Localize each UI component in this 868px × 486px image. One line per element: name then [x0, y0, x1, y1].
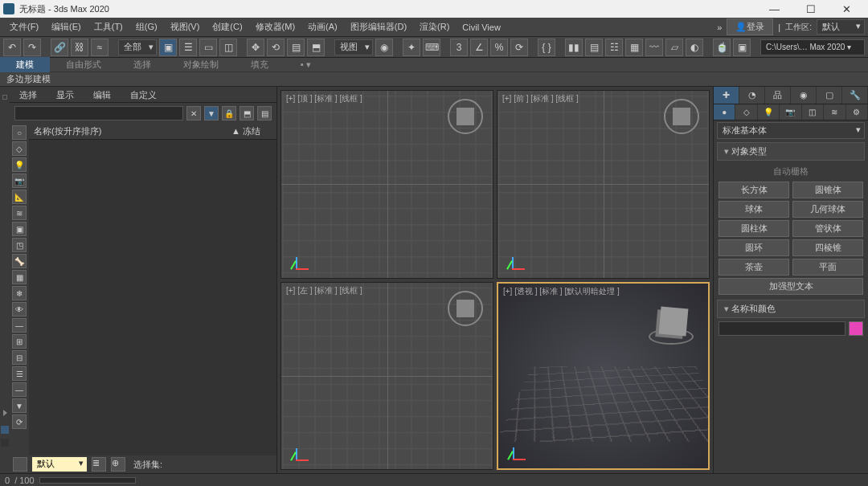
filter-hidden-icon[interactable]: 👁 [12, 302, 27, 317]
lock-icon[interactable]: 🔒 [222, 106, 236, 120]
layer-explorer-button[interactable]: ☷ [605, 39, 623, 56]
ribbon-panel-polymodel[interactable]: 多边形建模 [6, 73, 51, 85]
sub-cameras-icon[interactable]: 📷 [780, 104, 801, 120]
viewcube-icon[interactable] [664, 99, 699, 134]
render-setup-button[interactable]: 🍵 [713, 39, 731, 56]
color-swatch[interactable] [849, 321, 863, 336]
ref-coord-select[interactable]: 视图 [334, 39, 373, 55]
viewport-top[interactable]: [+] [顶 ] [标准 ] [线框 ] [280, 90, 493, 279]
curve-editor-button[interactable]: 〰 [645, 39, 663, 56]
btn-box[interactable]: 长方体 [719, 182, 789, 198]
cmd-tab-display[interactable]: ▢ [817, 87, 842, 104]
display-children-icon[interactable]: ⬒ [240, 106, 254, 120]
filter-xrefs-icon[interactable]: ◳ [12, 238, 27, 252]
layers-icon[interactable]: ≣ [92, 457, 106, 472]
btn-cone[interactable]: 圆锥体 [792, 182, 863, 198]
menu-file[interactable]: 文件(F) [3, 18, 45, 35]
menu-animation[interactable]: 动画(A) [301, 18, 344, 35]
material-editor-button[interactable]: ◐ [686, 39, 703, 56]
sub-geometry-icon[interactable]: ● [714, 104, 735, 120]
percent-snap-button[interactable]: % [490, 39, 508, 56]
scene-tab-customize[interactable]: 自定义 [121, 87, 166, 102]
layer-toggle-icon[interactable] [13, 457, 27, 472]
unlink-button[interactable]: ⛓ [71, 39, 88, 56]
select-place-button[interactable]: ⬒ [307, 39, 325, 56]
collapse-all-icon[interactable]: ⊟ [12, 350, 27, 365]
maximize-button[interactable]: ☐ [792, 0, 829, 18]
rollout-object-type[interactable]: 对象类型 [717, 142, 865, 161]
filter-lights-icon[interactable]: 💡 [12, 157, 27, 172]
filter-containers-icon[interactable]: ▦ [12, 270, 27, 284]
ribbon-toggle-icon[interactable]: ▪ ▾ [285, 58, 327, 71]
btn-plane[interactable]: 平面 [792, 259, 863, 276]
viewport-left[interactable]: [+] [左 ] [标准 ] [线框 ] [280, 282, 493, 471]
object-name-input[interactable] [719, 321, 845, 336]
filter-groups-icon[interactable]: ▣ [12, 222, 27, 236]
close-button[interactable]: ✕ [829, 0, 865, 18]
viewport-front[interactable]: [+] [前 ] [标准 ] [线框 ] [497, 90, 710, 279]
select-scale-button[interactable]: ▤ [287, 39, 305, 56]
menu-edit[interactable]: 编辑(E) [45, 18, 88, 35]
selection-filter-select[interactable]: 全部 [118, 39, 157, 55]
filter-shapes-icon[interactable]: ◇ [12, 141, 27, 156]
viewcube-icon[interactable] [659, 306, 689, 336]
layer-select[interactable]: 默认 [32, 457, 87, 472]
menu-views[interactable]: 视图(V) [164, 18, 207, 35]
btn-teapot[interactable]: 茶壶 [719, 259, 789, 276]
login-button[interactable]: 👤登录 [727, 18, 773, 35]
spinner-snap-button[interactable]: ⟳ [510, 39, 528, 56]
cmd-tab-hierarchy[interactable]: 品 [765, 87, 791, 104]
undo-button[interactable]: ↶ [3, 39, 21, 56]
toggle-ribbon-button[interactable]: ▦ [625, 39, 643, 56]
select-object-button[interactable]: ▣ [159, 39, 177, 56]
snap-toggle-button[interactable]: 3 [450, 39, 468, 56]
filter-cameras-icon[interactable]: 📷 [12, 174, 27, 188]
keyboard-shortcut-button[interactable]: ⌨ [423, 39, 440, 56]
sync-icon[interactable]: ⟳ [12, 415, 27, 429]
cmd-tab-create[interactable]: ✚ [714, 87, 739, 104]
project-path[interactable]: C:\Users\… Max 2020 ▾ [760, 39, 865, 55]
list-icon[interactable]: ☰ [12, 366, 27, 381]
ribbon-tab-populate[interactable]: 填充 [235, 57, 285, 72]
primitive-category-select[interactable]: 标准基本体 [717, 122, 865, 139]
angle-snap-button[interactable]: ∠ [470, 39, 488, 56]
viewcube-icon[interactable] [448, 291, 483, 326]
sub-spacewarps-icon[interactable]: ≋ [824, 104, 845, 120]
edit-selection-set-button[interactable]: { } [538, 39, 555, 56]
expand-icon[interactable] [3, 410, 7, 416]
redo-button[interactable]: ↷ [23, 39, 41, 56]
viewcube-icon[interactable] [448, 99, 483, 134]
select-move-button[interactable]: ✥ [247, 39, 264, 56]
leftbar-dot[interactable] [2, 95, 7, 100]
viewport-layout-alt[interactable] [1, 439, 9, 447]
rect-region-button[interactable]: ▭ [199, 39, 217, 56]
cmd-tab-modify[interactable]: ◔ [739, 87, 765, 104]
workspace-select[interactable]: 默认 [817, 19, 865, 35]
btn-textplus[interactable]: 加强型文本 [719, 278, 863, 295]
clear-search-icon[interactable]: ✕ [186, 106, 201, 120]
sub-systems-icon[interactable]: ⚙ [846, 104, 868, 120]
link-button[interactable]: 🔗 [51, 39, 68, 56]
col-name[interactable]: 名称(按升序排序) [34, 125, 231, 137]
btn-pyramid[interactable]: 四棱锥 [792, 239, 863, 256]
menu-create[interactable]: 创建(C) [206, 18, 248, 35]
mirror-button[interactable]: ▮▮ [565, 39, 583, 56]
time-slider[interactable] [39, 477, 136, 484]
select-by-name-button[interactable]: ☰ [179, 39, 197, 56]
filter-icon[interactable]: ▼ [204, 106, 219, 120]
schematic-view-button[interactable]: ▱ [665, 39, 683, 56]
scene-tab-edit[interactable]: 编辑 [84, 87, 121, 102]
filter-bones-icon[interactable]: 🦴 [12, 254, 27, 268]
sub-lights-icon[interactable]: 💡 [758, 104, 780, 120]
window-crossing-button[interactable]: ◫ [219, 39, 237, 56]
funnel-icon[interactable]: ▼ [12, 398, 27, 413]
display-hidden-icon[interactable]: ▤ [257, 106, 272, 120]
filter-geometry-icon[interactable]: ○ [12, 125, 27, 140]
manipulate-button[interactable]: ✦ [403, 39, 420, 56]
cmd-tab-utilities[interactable]: 🔧 [842, 87, 868, 104]
scene-tab-select[interactable]: 选择 [10, 87, 47, 102]
menu-modifiers[interactable]: 修改器(M) [249, 18, 302, 35]
viewport-layout-active[interactable] [1, 426, 9, 434]
menu-graph-editors[interactable]: 图形编辑器(D) [344, 18, 413, 35]
filter-helpers-icon[interactable]: 📐 [12, 190, 27, 204]
